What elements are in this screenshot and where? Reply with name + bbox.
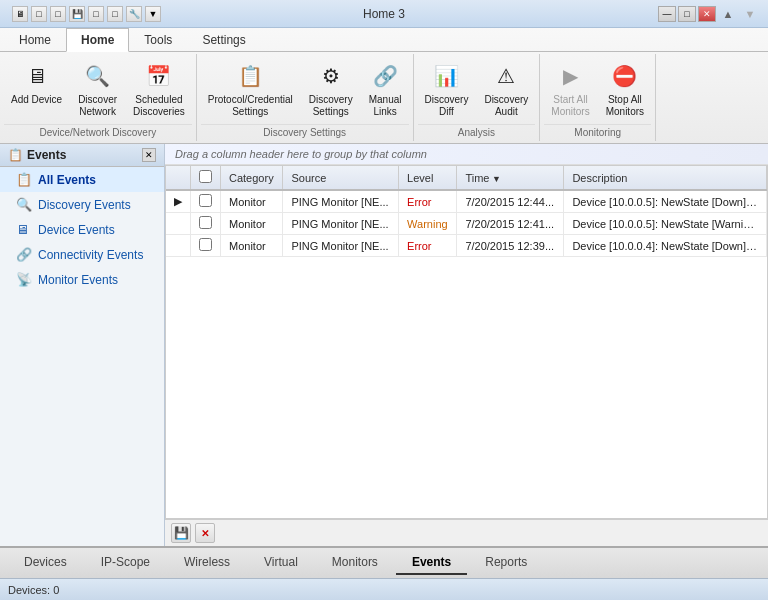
tab-home[interactable]: Home [4,28,66,51]
row-time-2: 7/20/2015 12:39... [457,235,564,257]
save-btn[interactable]: 💾 [69,6,85,22]
table-row[interactable]: Monitor PING Monitor [NE... Warning 7/20… [166,213,767,235]
select-all-checkbox[interactable] [199,170,212,183]
start-all-monitors-icon: ▶ [554,60,586,92]
row-category-2: Monitor [221,235,283,257]
sidebar-collapse-btn[interactable]: ✕ [142,148,156,162]
discovery-events-icon: 🔍 [16,197,32,212]
discover-network-icon: 🔍 [82,60,114,92]
ribbon-group-settings-label: Discovery Settings [201,124,409,139]
row-expand-0[interactable]: ▶ [166,190,191,213]
table-row[interactable]: ▶ Monitor PING Monitor [NE... Error 7/20… [166,190,767,213]
row-check-2[interactable] [191,235,221,257]
discovery-audit-icon: ⚠ [490,60,522,92]
row-check-1[interactable] [191,213,221,235]
row-checkbox-1[interactable] [199,216,212,229]
new-btn[interactable]: □ [31,6,47,22]
main-area: 📋 Events ✕ 📋 All Events 🔍 Discovery Even… [0,144,768,546]
open-btn[interactable]: □ [50,6,66,22]
discover-network-button[interactable]: 🔍 DiscoverNetwork [71,56,124,122]
row-time-1: 7/20/2015 12:41... [457,213,564,235]
maximize-btn[interactable]: □ [678,6,696,22]
sidebar-item-all-events[interactable]: 📋 All Events [0,167,164,192]
app-icon[interactable]: 🖥 [12,6,28,22]
discovery-diff-button[interactable]: 📊 DiscoveryDiff [418,56,476,122]
start-all-monitors-button[interactable]: ▶ Start AllMonitors [544,56,596,122]
col-time[interactable]: Time [457,166,564,190]
minimize-btn[interactable]: — [658,6,676,22]
ribbon-group-discovery-buttons: 🖥 Add Device 🔍 DiscoverNetwork 📅 Schedul… [4,56,192,122]
sidebar-item-connectivity-events[interactable]: 🔗 Connectivity Events [0,242,164,267]
manual-links-button[interactable]: 🔗 ManualLinks [362,56,409,122]
add-device-button[interactable]: 🖥 Add Device [4,56,69,110]
scheduled-discoveries-button[interactable]: 📅 ScheduledDiscoveries [126,56,192,122]
ribbon-group-discovery-settings: 📋 Protocol/CredentialSettings ⚙ Discover… [197,54,414,141]
row-level-2: Error [399,235,457,257]
discovery-settings-icon: ⚙ [315,60,347,92]
tab-home-active[interactable]: Home [66,28,129,52]
row-description-1: Device [10.0.0.5]: NewState [Warning]: O… [564,213,767,235]
discovery-settings-button[interactable]: ⚙ DiscoverySettings [302,56,360,122]
device-events-icon: 🖥 [16,222,32,237]
sidebar-item-discovery-events[interactable]: 🔍 Discovery Events [0,192,164,217]
col-category[interactable]: Category [221,166,283,190]
discovery-settings-label: DiscoverySettings [309,94,353,118]
tab-settings[interactable]: Settings [187,28,260,51]
titlebar: 🖥 □ □ 💾 □ □ 🔧 ▼ Home 3 — □ ✕ ▲ ▼ [0,0,768,28]
discovery-diff-label: DiscoveryDiff [425,94,469,118]
col-source[interactable]: Source [283,166,399,190]
sidebar-title-label: Events [27,148,66,162]
discovery-diff-icon: 📊 [430,60,462,92]
print-btn[interactable]: □ [107,6,123,22]
tab-devices[interactable]: Devices [8,551,83,575]
tab-events[interactable]: Events [396,551,467,575]
tab-reports[interactable]: Reports [469,551,543,575]
stop-all-monitors-button[interactable]: ⛔ Stop AllMonitors [599,56,651,122]
manual-links-label: ManualLinks [369,94,402,118]
start-all-monitors-label: Start AllMonitors [551,94,589,118]
discovery-audit-button[interactable]: ⚠ DiscoveryAudit [477,56,535,122]
row-level-0: Error [399,190,457,213]
scheduled-discoveries-label: ScheduledDiscoveries [133,94,185,118]
col-description[interactable]: Description [564,166,767,190]
tools-btn[interactable]: 🔧 [126,6,142,22]
events-table-container[interactable]: Category Source Level Time Description ▶… [165,165,768,519]
close-btn[interactable]: ✕ [698,6,716,22]
protocol-credential-button[interactable]: 📋 Protocol/CredentialSettings [201,56,300,122]
sidebar-header: 📋 Events ✕ [0,144,164,167]
tab-virtual[interactable]: Virtual [248,551,314,575]
tab-tools[interactable]: Tools [129,28,187,51]
ribbon-group-analysis: 📊 DiscoveryDiff ⚠ DiscoveryAudit Analysi… [414,54,541,141]
row-time-0: 7/20/2015 12:44... [457,190,564,213]
scheduled-discoveries-icon: 📅 [143,60,175,92]
row-source-2: PING Monitor [NE... [283,235,399,257]
ribbon-content: 🖥 Add Device 🔍 DiscoverNetwork 📅 Schedul… [0,52,768,143]
discovery-audit-label: DiscoveryAudit [484,94,528,118]
col-expand [166,166,191,190]
events-table: Category Source Level Time Description ▶… [166,166,767,257]
sidebar-item-connectivity-events-label: Connectivity Events [38,248,143,262]
row-level-1: Warning [399,213,457,235]
dropdown-btn[interactable]: ▼ [145,6,161,22]
status-text: Devices: 0 [8,584,59,596]
table-header: Category Source Level Time Description [166,166,767,190]
tab-ipscope[interactable]: IP-Scope [85,551,166,575]
row-check-0[interactable] [191,190,221,213]
discover-network-label: DiscoverNetwork [78,94,117,118]
sidebar-item-device-events[interactable]: 🖥 Device Events [0,217,164,242]
ribbon-group-monitoring: ▶ Start AllMonitors ⛔ Stop AllMonitors M… [540,54,656,141]
sidebar-item-all-events-label: All Events [38,173,96,187]
row-checkbox-0[interactable] [199,194,212,207]
col-level[interactable]: Level [399,166,457,190]
nav-down-btn[interactable]: ▼ [740,6,760,22]
content-toolbar: 💾 ✕ [165,519,768,546]
export-btn[interactable]: 💾 [171,523,191,543]
row-checkbox-2[interactable] [199,238,212,251]
sidebar-item-monitor-events[interactable]: 📡 Monitor Events [0,267,164,292]
save2-btn[interactable]: □ [88,6,104,22]
table-row[interactable]: Monitor PING Monitor [NE... Error 7/20/2… [166,235,767,257]
tab-wireless[interactable]: Wireless [168,551,246,575]
nav-up-btn[interactable]: ▲ [718,6,738,22]
tab-monitors[interactable]: Monitors [316,551,394,575]
delete-btn[interactable]: ✕ [195,523,215,543]
